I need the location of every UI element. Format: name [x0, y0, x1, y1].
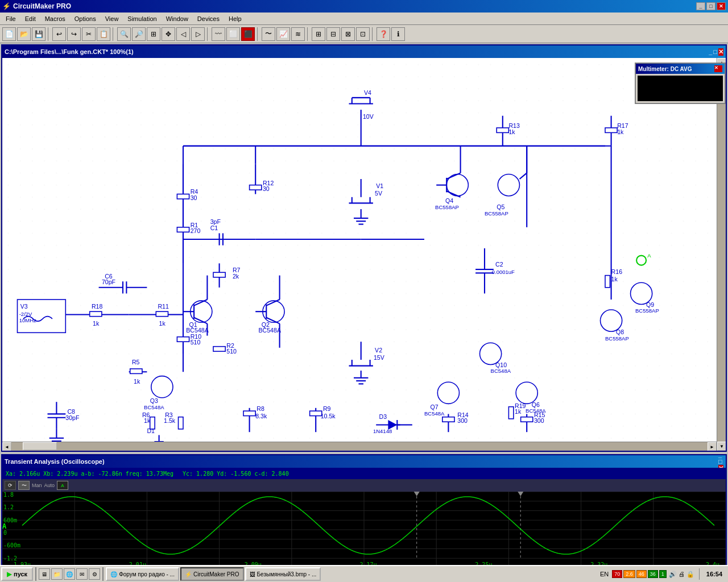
menu-devices[interactable]: Devices	[193, 14, 224, 23]
circuit-diagram: V4 10V R13 1k R17 1k R4 30	[2, 58, 726, 451]
osc-maximize[interactable]: □	[718, 458, 723, 465]
svg-text:C1: C1	[210, 225, 218, 231]
circuit-hscrollbar[interactable]: ◄ ►	[2, 442, 717, 451]
hscroll-track[interactable]	[11, 442, 708, 451]
osc-canvas	[2, 492, 726, 568]
tb-help[interactable]: ❓	[377, 27, 390, 41]
osc-icon-ch1[interactable]: ⟳	[5, 481, 16, 490]
tb-info[interactable]: ℹ	[391, 27, 405, 41]
menu-window[interactable]: Window	[162, 14, 193, 23]
tb-grid1[interactable]: ⊞	[312, 27, 325, 41]
taskbar-btn-bmp[interactable]: 🖼 Безымянный3.bmp - ...	[245, 567, 321, 581]
tb-nav-left[interactable]: ◁	[176, 27, 190, 41]
svg-text:1N4148: 1N4148	[373, 428, 392, 434]
tb-zoom-fit[interactable]: ⊞	[147, 27, 160, 41]
quicklaunch-4[interactable]: ✉	[76, 568, 88, 580]
tb-grid2[interactable]: ⊟	[326, 27, 340, 41]
app-title: CircuitMaker PRO	[13, 2, 71, 10]
osc-graph[interactable]	[2, 492, 726, 568]
menu-help[interactable]: Help	[224, 14, 246, 23]
svg-rect-85	[250, 185, 262, 190]
svg-text:Q10: Q10	[495, 361, 507, 368]
taskbar-bmp-label: Безымянный3.bmp - ...	[257, 571, 317, 577]
svg-rect-55	[156, 311, 168, 316]
menu-file[interactable]: File	[1, 14, 20, 23]
svg-rect-185	[243, 411, 255, 415]
systray-indicators: 70 2.6 46 36 1	[612, 570, 667, 578]
circuit-vscrollbar[interactable]: ▲ ▼	[717, 58, 726, 451]
tb-undo[interactable]: ↩	[52, 27, 66, 41]
osc-auto-label: Auto	[44, 483, 55, 488]
oscilloscope-panel: Transient Analysis (Oscilloscope) _ □ ✕ …	[1, 454, 727, 579]
multimeter-close[interactable]: ✕	[714, 65, 722, 72]
title-win-controls: _ □ ✕	[696, 2, 726, 10]
svg-rect-128	[442, 417, 454, 422]
tb-zoom-out[interactable]: 🔎	[132, 27, 146, 41]
circuit-window: C:\Program Files\...\Funk gen.CKT* 100%(…	[1, 44, 727, 452]
hscroll-right[interactable]: ►	[708, 442, 717, 451]
svg-point-159	[151, 376, 173, 398]
vscroll-track[interactable]	[717, 67, 726, 442]
osc-man-label: Man	[32, 483, 42, 488]
minimize-button[interactable]: _	[696, 2, 705, 10]
taskbar-btn-circuit[interactable]: ⚡ CircuitMaker PRO	[180, 567, 244, 581]
osc-auto-btn[interactable]: A	[57, 481, 68, 490]
svg-text:R11: R11	[158, 303, 169, 310]
svg-rect-169	[179, 417, 183, 429]
tb-nav-right[interactable]: ▷	[191, 27, 205, 41]
circuit-minimize[interactable]: _	[709, 48, 712, 56]
svg-text:R8: R8	[257, 405, 264, 412]
tb-pan[interactable]: ✥	[162, 27, 175, 41]
svg-text:BC558AP: BC558AP	[635, 307, 659, 314]
tb-new[interactable]: 📄	[2, 27, 16, 41]
tb-copy[interactable]: 📋	[97, 27, 110, 41]
menu-options[interactable]: Options	[70, 14, 101, 23]
menu-edit[interactable]: Edit	[20, 14, 40, 23]
circuit-close[interactable]: ✕	[718, 48, 723, 56]
svg-text:510: 510	[226, 348, 237, 355]
hscroll-thumb[interactable]	[23, 442, 57, 450]
tb-component[interactable]: ⬜	[226, 27, 240, 41]
tb-scope[interactable]: 〜	[262, 27, 275, 41]
quicklaunch-5[interactable]: ⚙	[89, 568, 100, 580]
tb-cut[interactable]: ✂	[82, 27, 96, 41]
taskbar-btn-forum[interactable]: 🌐 Форум про радио - ...	[106, 567, 179, 581]
tb-freq[interactable]: ≋	[291, 27, 305, 41]
circuit-titlebar: C:\Program Files\...\Funk gen.CKT* 100%(…	[2, 45, 726, 58]
menu-macros[interactable]: Macros	[40, 14, 70, 23]
quicklaunch-3[interactable]: 🌐	[64, 568, 75, 580]
svg-text:1k: 1k	[134, 378, 140, 385]
svg-text:R16: R16	[611, 268, 623, 275]
tb-open[interactable]: 📂	[17, 27, 31, 41]
hscroll-left[interactable]: ◄	[2, 442, 11, 451]
tb-zoom-in[interactable]: 🔍	[117, 27, 131, 41]
start-button[interactable]: ▶ пуск	[1, 567, 33, 581]
tb-save[interactable]: 💾	[32, 27, 46, 41]
quicklaunch-2[interactable]: 📁	[51, 568, 63, 580]
tb-graph[interactable]: 📈	[276, 27, 290, 41]
taskbar-bmp-icon: 🖼	[250, 571, 255, 577]
osc-scope-view[interactable]: 〜	[18, 481, 30, 490]
vscroll-down[interactable]: ▼	[717, 442, 726, 451]
menu-bar: File Edit Macros Options View Simulation…	[0, 13, 728, 25]
tb-wire[interactable]: 〰	[212, 27, 225, 41]
svg-rect-208	[605, 276, 610, 288]
close-button[interactable]: ✕	[717, 2, 726, 10]
svg-text:BC558AP: BC558AP	[485, 210, 508, 217]
maximize-button[interactable]: □	[706, 2, 715, 10]
svg-text:BC558AP: BC558AP	[435, 204, 459, 210]
tb-redo[interactable]: ↪	[67, 27, 81, 41]
menu-view[interactable]: View	[101, 14, 123, 23]
circuit-canvas[interactable]: V4 10V R13 1k R17 1k R4 30	[2, 58, 726, 451]
svg-text:1k: 1k	[617, 128, 624, 135]
osc-minimize[interactable]: _	[718, 451, 723, 458]
quicklaunch-1[interactable]: 🖥	[39, 568, 50, 580]
tb-stop[interactable]: ⬛	[241, 27, 255, 41]
systray-ind-1: 70	[612, 570, 622, 578]
toolbar: 📄 📂 💾 ↩ ↪ ✂ 📋 🔍 🔎 ⊞ ✥ ◁ ▷ 〰 ⬜ ⬛ 〜 📈 ≋ ⊞ …	[0, 25, 728, 43]
tb-grid4[interactable]: ⊡	[356, 27, 370, 41]
circuit-maximize[interactable]: □	[713, 48, 717, 56]
tb-grid3[interactable]: ⊠	[341, 27, 355, 41]
menu-simulation[interactable]: Simulation	[123, 14, 161, 23]
osc-title: Transient Analysis (Oscilloscope)	[5, 458, 105, 465]
